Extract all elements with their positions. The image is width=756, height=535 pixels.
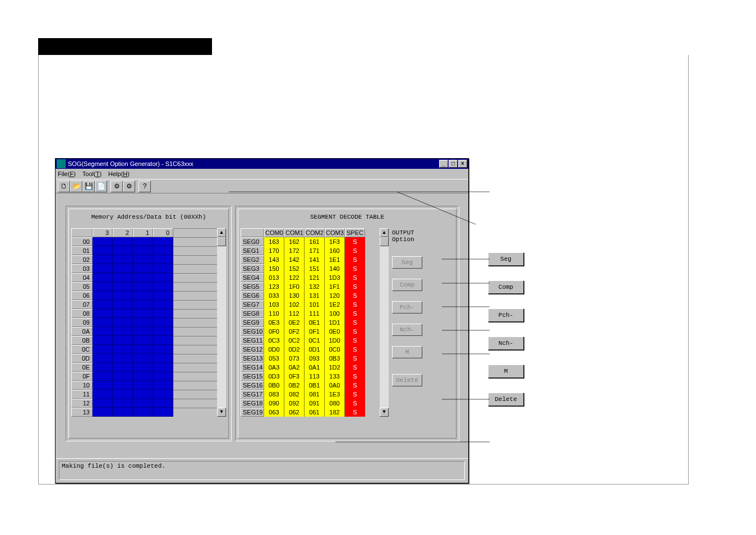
mem-cell[interactable]: [153, 363, 173, 372]
seg-cell[interactable]: 062: [284, 408, 305, 417]
mem-cell[interactable]: [93, 291, 113, 300]
mem-cell[interactable]: [113, 399, 133, 408]
seg-spec-cell[interactable]: S: [345, 381, 365, 390]
seg-cell[interactable]: 132: [305, 282, 325, 291]
seg-cell[interactable]: 1E1: [325, 255, 345, 264]
seg-cell[interactable]: 081: [305, 390, 325, 399]
seg-cell[interactable]: 103: [264, 300, 284, 309]
seg-cell[interactable]: 142: [284, 255, 305, 264]
mem-cell[interactable]: [153, 336, 173, 345]
mem-cell[interactable]: [133, 336, 153, 345]
seg-cell[interactable]: 093: [305, 354, 325, 363]
seg-cell[interactable]: 1E3: [325, 390, 345, 399]
seg-spec-cell[interactable]: S: [345, 354, 365, 363]
seg-cell[interactable]: 131: [305, 291, 325, 300]
seg-cell[interactable]: 100: [325, 309, 345, 318]
scroll-down-icon[interactable]: ▼: [380, 408, 389, 417]
seg-cell[interactable]: 0D0: [264, 345, 284, 354]
seg-cell[interactable]: 0B0: [264, 381, 284, 390]
mem-cell[interactable]: [93, 237, 113, 246]
seg-cell[interactable]: 083: [264, 390, 284, 399]
tool-open[interactable]: 📂: [70, 181, 82, 192]
memory-scrollbar[interactable]: ▲ ▼: [217, 228, 226, 417]
seg-cell[interactable]: 122: [284, 273, 305, 282]
scroll-down-icon[interactable]: ▼: [217, 408, 226, 417]
seg-cell[interactable]: 102: [284, 300, 305, 309]
seg-cell[interactable]: 1D0: [325, 336, 345, 345]
mem-cell[interactable]: [113, 237, 133, 246]
mem-cell[interactable]: [153, 327, 173, 336]
delete-button[interactable]: Delete: [392, 374, 422, 386]
seg-spec-cell[interactable]: S: [345, 282, 365, 291]
mem-cell[interactable]: [113, 264, 133, 273]
seg-spec-cell[interactable]: S: [345, 390, 365, 399]
seg-cell[interactable]: 0A1: [305, 363, 325, 372]
menu-tool[interactable]: Tool(T): [82, 170, 102, 177]
seg-cell[interactable]: 0F3: [284, 372, 305, 381]
seg-cell[interactable]: 091: [305, 399, 325, 408]
nch-button[interactable]: Nch-: [392, 324, 422, 336]
mem-cell[interactable]: [153, 246, 173, 255]
seg-spec-cell[interactable]: S: [345, 363, 365, 372]
seg-spec-cell[interactable]: S: [345, 255, 365, 264]
scroll-up-icon[interactable]: ▲: [380, 228, 389, 237]
seg-cell[interactable]: 0B3: [325, 354, 345, 363]
m-button[interactable]: M: [392, 346, 422, 358]
seg-spec-cell[interactable]: S: [345, 237, 365, 246]
seg-cell[interactable]: 0C3: [264, 336, 284, 345]
scroll-thumb[interactable]: [217, 237, 226, 246]
mem-cell[interactable]: [93, 336, 113, 345]
seg-cell[interactable]: 082: [284, 390, 305, 399]
seg-cell[interactable]: 1D2: [325, 363, 345, 372]
mem-cell[interactable]: [113, 345, 133, 354]
mem-cell[interactable]: [133, 300, 153, 309]
seg-cell[interactable]: 0D3: [264, 372, 284, 381]
minimize-button[interactable]: _: [439, 160, 448, 168]
seg-spec-cell[interactable]: S: [345, 399, 365, 408]
mem-cell[interactable]: [113, 282, 133, 291]
mem-cell[interactable]: [113, 381, 133, 390]
segment-scrollbar[interactable]: ▲ ▼: [380, 228, 389, 417]
mem-cell[interactable]: [113, 354, 133, 363]
seg-cell[interactable]: 1F3: [325, 237, 345, 246]
seg-cell[interactable]: 053: [264, 354, 284, 363]
seg-cell[interactable]: 130: [284, 291, 305, 300]
seg-cell[interactable]: 133: [325, 372, 345, 381]
seg-cell[interactable]: 0C1: [305, 336, 325, 345]
mem-cell[interactable]: [133, 291, 153, 300]
mem-cell[interactable]: [153, 291, 173, 300]
mem-cell[interactable]: [153, 381, 173, 390]
tool-saveas[interactable]: 📄: [95, 181, 107, 192]
tool-save[interactable]: 💾: [82, 181, 95, 192]
mem-cell[interactable]: [113, 363, 133, 372]
seg-cell[interactable]: 141: [305, 255, 325, 264]
seg-cell[interactable]: 0D1: [305, 345, 325, 354]
mem-cell[interactable]: [93, 246, 113, 255]
mem-cell[interactable]: [93, 273, 113, 282]
mem-cell[interactable]: [93, 282, 113, 291]
mem-cell[interactable]: [113, 309, 133, 318]
mem-cell[interactable]: [133, 282, 153, 291]
mem-cell[interactable]: [113, 408, 133, 417]
mem-cell[interactable]: [113, 291, 133, 300]
seg-cell[interactable]: 120: [325, 291, 345, 300]
mem-cell[interactable]: [113, 372, 133, 381]
mem-cell[interactable]: [93, 309, 113, 318]
mem-cell[interactable]: [93, 318, 113, 327]
mem-cell[interactable]: [133, 237, 153, 246]
mem-cell[interactable]: [113, 327, 133, 336]
mem-cell[interactable]: [133, 381, 153, 390]
mem-cell[interactable]: [153, 354, 173, 363]
seg-cell[interactable]: 061: [305, 408, 325, 417]
seg-spec-cell[interactable]: S: [345, 336, 365, 345]
mem-cell[interactable]: [153, 309, 173, 318]
memory-grid[interactable]: 3210000102030405060708090A0B0C0D0E0F1011…: [71, 228, 217, 417]
mem-cell[interactable]: [153, 390, 173, 399]
seg-cell[interactable]: 063: [264, 408, 284, 417]
mem-cell[interactable]: [93, 399, 113, 408]
seg-cell[interactable]: 0E1: [305, 318, 325, 327]
tool-help[interactable]: ?: [139, 181, 151, 192]
mem-cell[interactable]: [133, 318, 153, 327]
seg-cell[interactable]: 162: [284, 237, 305, 246]
seg-cell[interactable]: 073: [284, 354, 305, 363]
